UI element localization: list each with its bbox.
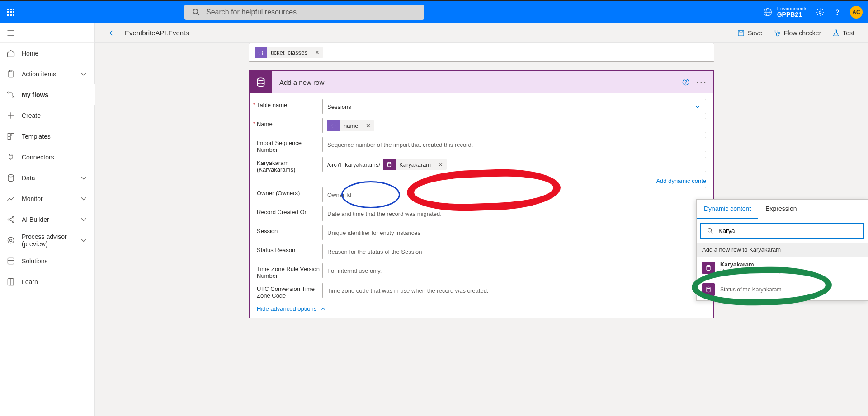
svg-point-5 [819, 11, 821, 14]
remove-token-button[interactable]: ✕ [434, 161, 447, 168]
label-utc: UTC Conversion Time Zone Code [257, 283, 322, 299]
token-ticket-classes[interactable]: { } ticket_classes ✕ [255, 47, 323, 58]
environment-picker[interactable]: Environments GPPB21 [763, 6, 807, 18]
flow-checker-button[interactable]: Flow checker [773, 29, 821, 37]
environment-label: Environments [777, 6, 807, 11]
chevron-down-icon [79, 173, 88, 182]
home-icon [6, 49, 15, 58]
left-navigation: Home Action items My flows Create Templa… [0, 23, 95, 416]
nav-monitor[interactable]: Monitor [0, 188, 94, 209]
process-icon [6, 236, 15, 245]
action-title[interactable]: Add a new row [279, 79, 324, 86]
svg-rect-27 [8, 258, 14, 264]
chevron-down-icon [694, 103, 701, 110]
input-utc[interactable]: Time zone code that was in use when the … [322, 283, 706, 298]
svg-point-19 [8, 175, 14, 177]
dataverse-icon [702, 283, 715, 296]
dynamic-content-search-input[interactable] [718, 227, 858, 234]
user-avatar[interactable]: AC [850, 6, 863, 19]
stethoscope-icon [773, 29, 781, 37]
app-launcher-button[interactable] [0, 1, 22, 23]
label-tz-rule: Time Zone Rule Version Number [257, 263, 322, 279]
chevron-down-icon [79, 70, 88, 79]
save-button[interactable]: Save [737, 29, 762, 37]
nav-my-flows[interactable]: My flows [0, 84, 94, 105]
previous-action-output: { } ticket_classes ✕ [249, 43, 714, 62]
label-owner: Owner (Owners) [257, 187, 322, 196]
label-karyakaram: Karyakaram (Karyakarams) [257, 157, 322, 173]
plus-icon [6, 111, 15, 120]
dc-section-header: Add a new row to Karyakaram [697, 243, 868, 257]
action-menu-button[interactable]: ··· [696, 76, 707, 88]
input-session[interactable]: Unique identifier for entity instances [322, 225, 706, 240]
settings-icon[interactable] [816, 8, 825, 17]
svg-point-20 [8, 219, 9, 220]
svg-line-1 [198, 14, 199, 15]
tab-dynamic-content[interactable]: Dynamic content [697, 200, 758, 219]
svg-point-0 [193, 9, 198, 14]
svg-rect-31 [738, 30, 744, 36]
remove-token-button[interactable]: ✕ [362, 122, 374, 129]
input-karyakaram[interactable]: /crc7f_karyakarams/ Karyakaram ✕ [322, 157, 706, 172]
nav-connectors[interactable]: Connectors [0, 147, 94, 168]
back-arrow-icon[interactable] [108, 28, 118, 37]
environment-name: GPPB21 [777, 11, 807, 18]
test-button[interactable]: Test [832, 29, 854, 37]
help-circle-icon[interactable] [682, 78, 690, 86]
nav-home[interactable]: Home [0, 43, 94, 64]
svg-point-37 [388, 162, 391, 164]
nav-create[interactable]: Create [0, 105, 94, 126]
flow-icon [6, 90, 15, 99]
hamburger-icon [6, 28, 15, 37]
add-dynamic-content-link[interactable]: Add dynamic conte [257, 177, 706, 187]
global-search[interactable]: Search for helpful resources [184, 5, 424, 20]
input-tz-rule[interactable]: For internal use only. [322, 263, 706, 278]
solutions-icon [6, 257, 15, 266]
input-owner[interactable]: Owner Id [322, 187, 706, 202]
hide-advanced-options-link[interactable]: Hide advanced options [257, 303, 706, 313]
input-name[interactable]: { } name ✕ [322, 118, 706, 133]
connector-icon [6, 153, 15, 162]
svg-point-12 [8, 92, 9, 93]
nav-solutions[interactable]: Solutions [0, 251, 94, 271]
label-status-reason: Status Reason [257, 244, 322, 253]
svg-rect-17 [11, 133, 14, 136]
help-icon[interactable] [833, 8, 842, 17]
nav-learn[interactable]: Learn [0, 271, 94, 292]
remove-token-button[interactable]: ✕ [311, 49, 323, 56]
input-status-reason[interactable]: Reason for the status of the Session [322, 244, 706, 259]
svg-point-38 [708, 229, 712, 232]
nav-collapse-button[interactable] [0, 23, 94, 43]
chevron-down-icon [79, 215, 88, 224]
loop-token-icon: { } [327, 120, 340, 131]
svg-point-33 [778, 32, 780, 33]
chevron-down-icon [79, 194, 88, 203]
svg-point-34 [257, 78, 264, 81]
svg-point-21 [12, 216, 14, 218]
action-card-add-row: Add a new row ··· Table name Sessions [249, 70, 714, 318]
nav-templates[interactable]: Templates [0, 126, 94, 147]
svg-point-25 [8, 237, 14, 243]
dc-item-status[interactable]: Status of the Karyakaram [697, 279, 868, 300]
svg-rect-16 [8, 133, 10, 136]
svg-point-41 [707, 287, 710, 288]
label-name: Name [257, 118, 322, 127]
label-record-created: Record Created On [257, 206, 322, 215]
nav-data[interactable]: Data [0, 168, 94, 188]
nav-action-items[interactable]: Action items [0, 64, 94, 84]
svg-point-40 [707, 265, 710, 266]
search-placeholder: Search for helpful resources [206, 8, 297, 16]
nav-process-advisor[interactable]: Process advisor (preview) [0, 230, 94, 251]
svg-point-13 [13, 96, 14, 98]
globe-icon [763, 7, 773, 17]
svg-point-22 [12, 221, 14, 222]
search-icon [707, 227, 714, 234]
dynamic-content-search[interactable] [700, 223, 864, 239]
dc-item-karyakaram[interactable]: Karyakaram Unique identifier for entity … [697, 257, 868, 279]
svg-rect-18 [8, 137, 10, 140]
input-record-created[interactable]: Date and time that the record was migrat… [322, 206, 706, 221]
nav-ai-builder[interactable]: AI Builder [0, 209, 94, 230]
input-import-seq[interactable]: Sequence number of the import that creat… [322, 137, 706, 152]
input-table-name[interactable]: Sessions [322, 99, 706, 114]
tab-expression[interactable]: Expression [758, 200, 804, 219]
